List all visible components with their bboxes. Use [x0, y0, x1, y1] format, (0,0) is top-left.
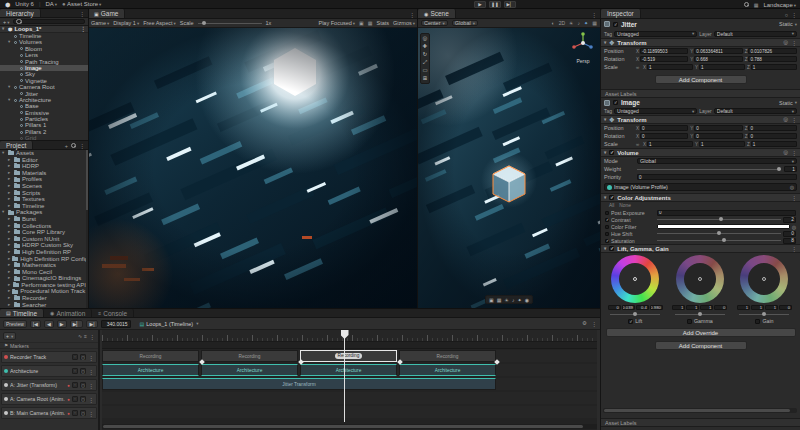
- project-folder-recorder[interactable]: ▸Recorder: [0, 295, 86, 302]
- position-z-field[interactable]: 0: [748, 125, 797, 131]
- recorder-clip-3[interactable]: Recording: [399, 350, 496, 362]
- timeline-horizontal-scrollbar[interactable]: [102, 424, 597, 429]
- all-button[interactable]: All: [609, 203, 614, 208]
- scene-menu-icon[interactable]: ⋮: [80, 26, 88, 32]
- wheel-value-0[interactable]: 1: [737, 305, 750, 310]
- grid-icon[interactable]: ▦: [754, 2, 759, 8]
- move-tool-icon[interactable]: ✚: [423, 43, 428, 50]
- panel-menu-icon[interactable]: ⋮: [591, 320, 597, 327]
- goto-end-button[interactable]: ▶|: [86, 320, 97, 328]
- anim-clip[interactable]: Jitter Transform: [102, 378, 496, 390]
- activation-clip-3[interactable]: Architecture: [399, 364, 496, 376]
- step-button[interactable]: ▶▏: [504, 1, 516, 8]
- slider-knob[interactable]: [633, 312, 637, 316]
- play-button[interactable]: ▶: [474, 1, 486, 8]
- wheel-value-2[interactable]: 1: [700, 305, 713, 310]
- wheel-cursor[interactable]: [633, 277, 637, 281]
- project-group-assets[interactable]: ▾Assets: [0, 150, 86, 157]
- foldout-arrow-icon[interactable]: ▸: [8, 256, 10, 263]
- static-dropdown[interactable]: Static▾: [779, 21, 797, 27]
- lock-button[interactable]: ▢: [80, 354, 86, 360]
- activation-clip-2[interactable]: Architecture: [300, 364, 397, 376]
- rotation-x-field[interactable]: 0: [640, 133, 688, 139]
- camera-icon[interactable]: ▣: [489, 297, 494, 303]
- override-checkbox[interactable]: [605, 225, 609, 229]
- gain-slider[interactable]: [739, 314, 789, 315]
- wheel-value-2[interactable]: 1: [765, 305, 778, 310]
- wheel-value-3[interactable]: 0.980: [650, 305, 663, 310]
- preset-icon[interactable]: ◎: [783, 116, 788, 123]
- mute-button[interactable]: ◦: [72, 410, 78, 416]
- scale-link-icon[interactable]: ∞: [636, 142, 641, 147]
- color-swatch[interactable]: [657, 224, 790, 229]
- display-dropdown[interactable]: Display 1▾: [113, 20, 139, 26]
- project-folder-profiles[interactable]: ▸Profiles: [0, 176, 86, 183]
- lock-icon[interactable]: ○: [785, 12, 788, 18]
- gameobject-name[interactable]: Jitter: [621, 21, 637, 28]
- project-folder-collections[interactable]: ▸Collections: [0, 223, 86, 230]
- component-menu-icon[interactable]: ⋮: [791, 116, 797, 123]
- gain-color-wheel[interactable]: [740, 255, 788, 303]
- record-toggle[interactable]: ●: [67, 397, 70, 402]
- component-menu-icon[interactable]: ⋮: [791, 39, 797, 46]
- add-asset-button[interactable]: +: [65, 143, 68, 149]
- project-folder-mathematics[interactable]: ▸Mathematics: [0, 262, 86, 269]
- rotation-z-field[interactable]: 0: [748, 133, 797, 139]
- foldout-arrow-icon[interactable]: ▸: [8, 183, 12, 190]
- wheel-cursor[interactable]: [762, 277, 766, 281]
- foldout-arrow-icon[interactable]: ▸: [8, 282, 11, 289]
- project-folder-hdrp-custom-sky[interactable]: ▸HDRP Custom Sky: [0, 242, 86, 249]
- project-folder-core-rp-library[interactable]: ▸Core RP Library: [0, 229, 86, 236]
- foldout-arrow-icon[interactable]: ▾: [8, 39, 12, 45]
- layer-dropdown[interactable]: Default▾: [714, 31, 797, 37]
- search-icon[interactable]: [71, 143, 76, 148]
- gameobject-name[interactable]: Image: [621, 99, 640, 106]
- foldout-arrow-icon[interactable]: ▸: [8, 249, 12, 256]
- lighting-toggle-icon[interactable]: ☀: [569, 20, 573, 26]
- project-folder-timeline[interactable]: ▸Timeline: [0, 203, 86, 210]
- timeline-asset-dropdown[interactable]: ▤ Loops_1 (Timeline) ▾: [140, 321, 199, 327]
- post-exposure-field[interactable]: 0: [657, 210, 796, 216]
- project-folder-scripts[interactable]: ▸Scripts: [0, 190, 86, 197]
- active-checkbox[interactable]: ✓: [613, 22, 618, 27]
- layer-dropdown[interactable]: Default▾: [714, 108, 797, 114]
- preset-icon[interactable]: ◎: [783, 39, 788, 46]
- lift-slider[interactable]: [610, 314, 660, 315]
- play-button[interactable]: ▶: [57, 320, 67, 328]
- tab-inspector[interactable]: Inspector: [601, 9, 641, 18]
- rotate-tool-icon[interactable]: ↻: [423, 51, 428, 58]
- mute-button[interactable]: ◦: [72, 382, 78, 388]
- eyedropper-icon[interactable]: ◎: [792, 224, 796, 230]
- aspect-dropdown[interactable]: Free Aspect▾: [143, 20, 176, 26]
- add-component-button[interactable]: Add Component: [655, 75, 747, 84]
- none-button[interactable]: None: [619, 203, 630, 208]
- project-folder-mono-cecil[interactable]: ▸Mono Cecil: [0, 269, 86, 276]
- activation-clip-1[interactable]: Architecture: [201, 364, 298, 376]
- foldout-arrow-icon[interactable]: ▸: [8, 288, 10, 295]
- orientation-dropdown[interactable]: Global▾: [452, 20, 478, 26]
- mute-button[interactable]: ◦: [72, 354, 78, 360]
- view-tool-icon[interactable]: ◎: [423, 35, 428, 42]
- track-header-b-main-camera-anim[interactable]: B: Main Camera (Anim...)●◦▢⋮: [1, 407, 97, 419]
- asset-labels-bar[interactable]: Asset Labels: [601, 418, 800, 427]
- scale-link-icon[interactable]: ∞: [636, 65, 641, 70]
- grid-icon[interactable]: ▦: [497, 297, 502, 303]
- hierarchy-search-input[interactable]: [13, 19, 85, 24]
- lock-button[interactable]: ▢: [80, 410, 86, 416]
- visibility-icon[interactable]: ◉: [525, 297, 529, 303]
- record-toggle[interactable]: ●: [67, 411, 70, 416]
- rotation-y-field[interactable]: 0.668: [694, 56, 742, 62]
- scale-slider[interactable]: [198, 23, 262, 24]
- component-menu-icon[interactable]: ⋮: [791, 149, 797, 156]
- fx-icon[interactable]: ✦: [517, 297, 521, 303]
- add-track-button[interactable]: + ▾: [3, 332, 16, 340]
- scene-header[interactable]: ▾ ⬢ Loops_1* ⋮: [0, 26, 88, 33]
- scale-tool-icon[interactable]: ⤢: [423, 59, 427, 66]
- panel-menu-icon[interactable]: ⋮: [791, 11, 797, 18]
- timeline-ruler[interactable]: [102, 330, 597, 342]
- scale-y-field[interactable]: 1: [699, 141, 745, 147]
- 2d-toggle-icon[interactable]: 2D: [559, 20, 565, 26]
- pivot-dropdown[interactable]: Center▾: [421, 20, 448, 26]
- tab-hierarchy[interactable]: Hierarchy: [0, 9, 41, 17]
- foldout-arrow-icon[interactable]: ▾: [2, 26, 6, 32]
